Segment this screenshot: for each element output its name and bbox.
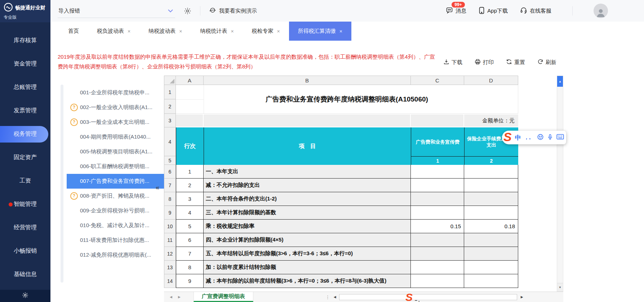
sidebar-item[interactable]: 小畅报销 <box>0 239 50 263</box>
sidebar-item[interactable]: 经营管理 <box>0 216 50 239</box>
spreadsheet[interactable]: ABCD 12广告费和业务宣传费跨年度纳税调整明细表(A105060) 3金额单… <box>164 76 518 290</box>
ime-toolbar[interactable]: S 中 ，。 <box>502 131 566 144</box>
cell-value-adfee[interactable] <box>411 233 464 247</box>
cell-value-adfee[interactable] <box>411 192 464 206</box>
vertical-scrollbar[interactable]: ▲ ▼ <box>557 76 563 292</box>
sogou-logo-icon[interactable]: S <box>503 131 512 143</box>
report-list-item[interactable]: ?003-一般企业成本支出明细... <box>67 115 164 130</box>
vertical-scroll-track[interactable] <box>557 87 563 283</box>
report-list-item[interactable]: ?002-一般企业收入明细表(A1... <box>67 100 164 115</box>
row-header[interactable]: 12 <box>164 247 176 261</box>
sheet-title-cell[interactable]: 广告费和业务宣传费跨年度纳税调整明细表(A105060) <box>176 85 518 114</box>
tab-item[interactable]: 税检专家× <box>243 22 289 41</box>
cell-item-label[interactable]: 四、本企业计算的扣除限额(4×5) <box>204 233 411 247</box>
scroll-right-button[interactable]: ▶ <box>521 295 523 299</box>
sidebar-item[interactable]: 库存核算 <box>0 29 50 52</box>
horizontal-scroll-track[interactable] <box>339 294 517 300</box>
cell-value-insurance[interactable] <box>464 192 518 206</box>
column-header-b[interactable]: B <box>204 76 411 85</box>
column-header-c[interactable]: C <box>411 76 464 85</box>
scroll-left-button[interactable]: ◀ <box>334 295 336 299</box>
header-adfee-col[interactable]: 广告费和业务宣传费 <box>411 127 464 156</box>
cell-empty[interactable] <box>204 114 411 127</box>
cell-value-insurance[interactable] <box>464 233 518 247</box>
row-header[interactable]: 13 <box>164 261 176 274</box>
row-header[interactable]: 14 <box>164 274 176 288</box>
scroll-up-button[interactable]: ▲ <box>557 76 563 87</box>
cell-line-number[interactable]: 8 <box>176 261 204 274</box>
select-all-corner[interactable] <box>164 76 176 85</box>
sheet-tab[interactable]: 广宣费调整明细表 <box>194 292 253 302</box>
report-list-item[interactable]: 012-减免所得税优惠明细表(... <box>67 248 164 262</box>
report-list-item[interactable]: 010-免税、减计收入及加计... <box>67 218 164 233</box>
report-list-item[interactable]: ?008-资产折旧、摊销及纳税... <box>67 189 164 203</box>
cell-value-adfee[interactable] <box>411 261 464 274</box>
row-header[interactable]: 5 <box>164 156 176 165</box>
tab-item[interactable]: 首页 <box>59 22 88 41</box>
online-support-button[interactable]: 在线客服 <box>520 7 551 15</box>
cell-value-insurance[interactable] <box>464 247 518 261</box>
scroll-down-button[interactable]: ▼ <box>557 283 563 291</box>
reset-button[interactable]: 重置 <box>506 59 525 66</box>
cell-line-number[interactable]: 3 <box>176 192 204 206</box>
cell-line-number[interactable]: 6 <box>176 233 204 247</box>
sidebar-item[interactable]: 发票管理 <box>0 99 50 122</box>
cell-value-adfee[interactable]: 0.15 <box>411 220 464 233</box>
cell-item-label[interactable]: 五、本年结转以后年度扣除额(3>6，本行=3-6；3≤6，本行=0) <box>204 247 411 261</box>
gear-icon[interactable] <box>184 7 191 15</box>
tab-item[interactable]: 纳税波动表× <box>139 22 191 41</box>
refresh-button[interactable]: 刷新 <box>537 59 556 66</box>
row-header[interactable]: 2 <box>164 99 176 114</box>
cell-item-label[interactable]: 一、本年支出 <box>204 165 411 179</box>
cell-value-adfee[interactable] <box>411 274 464 288</box>
report-list-item[interactable]: 011-研发费用加计扣除优惠... <box>67 233 164 248</box>
close-icon[interactable]: × <box>231 28 234 34</box>
cell-line-number[interactable]: 7 <box>176 247 204 261</box>
header-sub-number[interactable]: 2 <box>465 156 518 165</box>
tab-item[interactable]: 纳税统计表× <box>191 22 243 41</box>
row-header[interactable]: 1 <box>164 85 176 99</box>
cell-value-adfee[interactable] <box>411 206 464 220</box>
report-list-item[interactable]: 009-企业所得税弥补亏损明... <box>67 203 164 218</box>
tab-item[interactable]: 税负波动表× <box>88 22 139 41</box>
header-sub-number[interactable]: 1 <box>411 156 464 165</box>
row-header[interactable]: 10 <box>164 220 176 233</box>
sidebar-item[interactable]: 税务管理 <box>0 122 50 146</box>
row-header[interactable]: 6 <box>164 165 176 179</box>
cell-item-label[interactable]: 三、本年计算扣除限额的基数 <box>204 206 411 220</box>
sidebar-item[interactable]: 工资 <box>0 169 50 193</box>
column-header-a[interactable]: A <box>176 76 204 85</box>
cell-item-label[interactable]: 减：不允许扣除的支出 <box>204 179 411 192</box>
row-header[interactable]: 11 <box>164 233 176 247</box>
prev-sheet-button[interactable]: ◀ <box>170 295 172 299</box>
app-download-button[interactable]: App下载 <box>479 7 508 15</box>
emoji-icon[interactable] <box>537 134 544 142</box>
close-icon[interactable]: × <box>179 28 182 34</box>
user-avatar[interactable] <box>594 4 608 18</box>
sidebar-item[interactable]: 基础信息 <box>0 263 50 286</box>
cell-value-insurance[interactable]: 0.18 <box>464 220 518 233</box>
cell-value-adfee[interactable] <box>411 165 464 179</box>
cell-empty[interactable] <box>411 114 464 127</box>
cell-value-insurance[interactable] <box>464 179 518 192</box>
cell-item-label[interactable]: 乘：税收规定扣除率 <box>204 220 411 233</box>
cell-item-label[interactable]: 二、本年符合条件的支出(1-2) <box>204 192 411 206</box>
import-error-dropdown[interactable]: 导入报错 <box>58 8 175 18</box>
sidebar-item[interactable]: 资金管理 <box>0 52 50 76</box>
download-button[interactable]: 下载 <box>443 59 462 66</box>
row-header[interactable]: 4 <box>164 127 176 156</box>
cell-line-number[interactable]: 1 <box>176 165 204 179</box>
next-sheet-button[interactable]: ▶ <box>178 295 181 299</box>
cell-value-adfee[interactable] <box>411 247 464 261</box>
cell-item-label[interactable]: 加：以前年度累计结转扣除额 <box>204 261 411 274</box>
ime-chinese-mode-icon[interactable]: 中 <box>515 134 521 142</box>
report-list-item[interactable]: 006-职工薪酬纳税调整明细... <box>67 159 164 174</box>
row-header[interactable]: 3 <box>164 114 176 127</box>
cell-line-number[interactable]: 5 <box>176 220 204 233</box>
tab-active[interactable]: 所得税汇算清缴× <box>289 22 351 41</box>
header-item-col[interactable]: 项 目 <box>204 127 411 165</box>
microphone-icon[interactable] <box>547 134 553 142</box>
cell-line-number[interactable]: 9 <box>176 274 204 288</box>
cell-value-insurance[interactable] <box>464 274 518 288</box>
report-list-item[interactable]: 005-纳税调整项目明细表(A1... <box>67 144 164 159</box>
